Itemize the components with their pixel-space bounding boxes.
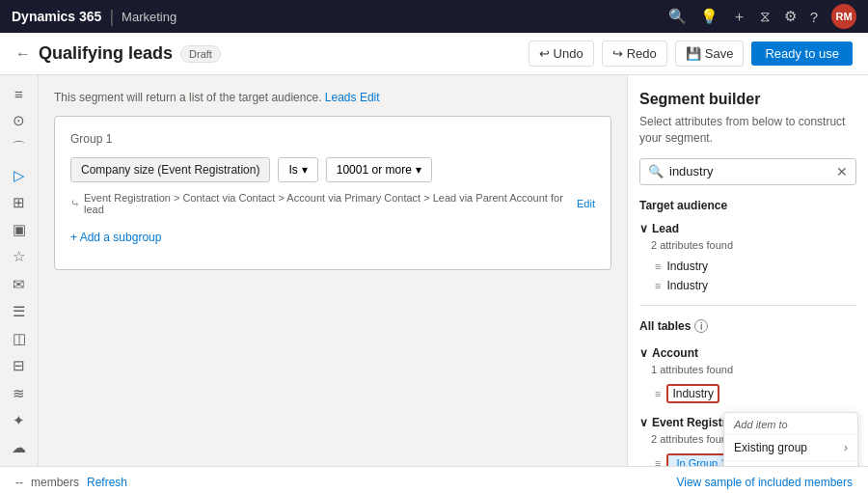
arrow-right-icon: › <box>844 441 848 454</box>
sidebar-icon-minus[interactable]: ⊟ <box>4 355 35 376</box>
status-badge: Draft <box>180 45 221 63</box>
search-box[interactable]: 🔍 ✕ <box>639 158 856 185</box>
filter-icon[interactable]: ⧖ <box>760 8 771 25</box>
top-navigation: Dynamics 365 | Marketing 🔍 💡 ＋ ⧖ ⚙ ? RM <box>0 0 868 33</box>
sidebar-icon-list[interactable]: ☰ <box>4 301 35 322</box>
info-icon: i <box>694 319 708 333</box>
group-card: Group 1 Company size (Event Registration… <box>54 116 611 270</box>
user-avatar[interactable]: RM <box>831 4 856 29</box>
add-item-popup: Add item to Existing group › New subgrou… <box>723 412 858 466</box>
popup-header: Add item to <box>724 413 857 434</box>
account-section-header[interactable]: ∨ Account <box>639 342 856 364</box>
account-attributes-count: 1 attributes found <box>639 364 856 375</box>
search-icon[interactable]: 🔍 <box>668 8 687 25</box>
attr-icon: ≡ <box>655 280 661 291</box>
refresh-link[interactable]: Refresh <box>87 476 127 489</box>
search-icon: 🔍 <box>648 164 664 178</box>
module-name: Marketing <box>122 10 176 24</box>
redo-icon: ↪ <box>612 46 623 61</box>
chevron-down-icon: ∨ <box>639 222 648 235</box>
sidebar-icon-contacts[interactable]: ▣ <box>4 219 35 240</box>
attr-icon: ≡ <box>655 260 661 272</box>
condition-field[interactable]: Company size (Event Registration) <box>70 157 270 182</box>
lead-industry-item-2[interactable]: ≡ Industry <box>639 276 856 295</box>
lead-section-header[interactable]: ∨ Lead <box>639 218 856 239</box>
edit-link[interactable]: Edit <box>360 91 380 104</box>
settings-icon[interactable]: ⚙ <box>784 8 797 25</box>
sidebar-icon-recent[interactable]: ⌒ <box>4 137 35 158</box>
path-icon: ⤷ <box>70 197 80 210</box>
account-label: Account <box>652 346 698 360</box>
sidebar-icon-cloud[interactable]: ☁ <box>4 437 35 458</box>
sidebar-icon-run[interactable]: ▷ <box>4 165 35 186</box>
condition-operator[interactable]: Is ▾ <box>278 157 317 182</box>
clear-search-icon[interactable]: ✕ <box>836 164 848 179</box>
save-button[interactable]: 💾 Save <box>675 41 745 67</box>
sidebar-icon-home[interactable]: ⊙ <box>4 110 35 131</box>
condition-row: Company size (Event Registration) Is ▾ 1… <box>70 157 595 182</box>
segment-builder-panel: Segment builder Select attributes from b… <box>627 75 868 466</box>
target-audience-label: Target audience <box>639 199 856 212</box>
lightbulb-icon[interactable]: 💡 <box>700 8 719 25</box>
existing-group-option[interactable]: Existing group › <box>724 434 857 460</box>
chevron-down-icon: ▾ <box>302 163 308 177</box>
sidebar-icon-pages[interactable]: ◫ <box>4 328 35 349</box>
panel-subtitle: Select attributes from below to construc… <box>639 114 856 147</box>
members-label: members <box>31 476 79 489</box>
account-industry-item[interactable]: ≡ Industry <box>639 381 856 406</box>
divider <box>639 305 856 306</box>
brand-name: Dynamics 365 <box>12 9 101 24</box>
page-title: Qualifying leads <box>39 43 173 64</box>
toolbar: ← Qualifying leads Draft ↩ Undo ↪ Redo 💾… <box>0 33 868 75</box>
attr-icon: ≡ <box>655 388 661 399</box>
condition-value[interactable]: 10001 or more ▾ <box>326 157 432 182</box>
chevron-down-icon: ∨ <box>639 346 648 360</box>
undo-icon: ↩ <box>539 46 550 61</box>
sidebar-icon-lines[interactable]: ≋ <box>4 382 35 403</box>
new-subgroup-option[interactable]: New subgroup › <box>724 460 857 466</box>
sidebar-icon-star[interactable]: ☆ <box>4 246 35 267</box>
info-bar: This segment will return a list of the t… <box>54 91 611 104</box>
sidebar-icon-grid[interactable]: ⊞ <box>4 192 35 213</box>
redo-button[interactable]: ↪ Redo <box>602 41 667 67</box>
chevron-down-icon: ▾ <box>416 163 421 177</box>
lead-section-label: Lead <box>652 222 679 235</box>
add-icon[interactable]: ＋ <box>732 8 746 26</box>
view-sample-link[interactable]: View sample of included members <box>676 476 853 489</box>
ready-to-use-button[interactable]: Ready to use <box>751 41 853 66</box>
highlighted-industry[interactable]: Industry <box>666 384 719 403</box>
sidebar-icon-spark[interactable]: ✦ <box>4 410 35 431</box>
sidebar-icon-menu[interactable]: ≡ <box>4 83 35 104</box>
breadcrumb-path: ⤷ Event Registration > Contact via Conta… <box>70 192 595 215</box>
lead-industry-item-1[interactable]: ≡ Industry <box>639 257 856 276</box>
group-label: Group 1 <box>70 132 595 146</box>
panel-title: Segment builder <box>639 91 856 108</box>
left-sidebar: ≡ ⊙ ⌒ ▷ ⊞ ▣ ☆ ✉ ☰ ◫ ⊟ ≋ ✦ ☁ <box>0 75 39 466</box>
undo-button[interactable]: ↩ Undo <box>529 41 594 67</box>
help-icon[interactable]: ? <box>810 9 818 25</box>
all-tables-header[interactable]: All tables i <box>639 315 856 337</box>
search-input[interactable] <box>669 164 836 178</box>
breadcrumb-edit-link[interactable]: Edit <box>577 198 595 209</box>
back-button[interactable]: ← <box>15 45 31 63</box>
section-label: All tables <box>639 319 691 333</box>
bottom-bar: -- members Refresh View sample of includ… <box>0 466 868 493</box>
lead-attributes-count: 2 attributes found <box>639 239 856 251</box>
save-icon: 💾 <box>686 46 701 61</box>
nav-divider: | <box>109 7 114 27</box>
content-area: This segment will return a list of the t… <box>39 75 627 466</box>
sidebar-icon-mail[interactable]: ✉ <box>4 274 35 295</box>
audience-link[interactable]: Leads <box>325 91 357 104</box>
add-subgroup-button[interactable]: + Add a subgroup <box>70 227 595 248</box>
members-prefix: -- <box>15 476 23 489</box>
chevron-down-icon: ∨ <box>639 416 648 429</box>
attr-icon: ≡ <box>655 457 661 466</box>
